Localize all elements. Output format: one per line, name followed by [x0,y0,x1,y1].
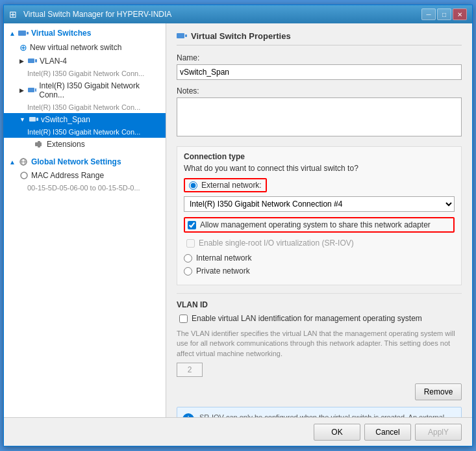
intel-sub-item: Intel(R) I350 Gigabit Network Con... [4,101,166,113]
close-button[interactable]: ✕ [453,8,467,20]
new-virtual-switch-item[interactable]: ⊕ New virtual network switch [4,40,166,55]
network-adapter-dropdown[interactable]: Intel(R) I350 Gigabit Network Connection… [184,196,455,212]
vlan4-label: VLAN-4 [40,57,67,66]
expand-icon-vlan4: ▶ [19,58,24,64]
svg-rect-7 [36,118,38,121]
external-network-highlight: External network: [184,178,267,192]
title-bar: ⊞ Virtual Switch Manager for HYPERV-INDI… [4,5,472,23]
vlan-checkbox-label: Enable virtual LAN identification for ma… [192,314,422,323]
panel-section-title: Virtual Switch Properties [177,31,462,45]
window-title: Virtual Switch Manager for HYPERV-INDIA [23,10,171,19]
mac-range-value-item: 00-15-5D-05-06-00 to 00-15-5D-0... [4,182,166,194]
vswitch-icon [29,116,38,123]
private-network-label: Private network [196,266,250,276]
svg-rect-4 [28,88,34,92]
vlan-checkbox-row: Enable virtual LAN identification for ma… [177,312,462,325]
intel-label: Intel(R) I350 Gigabit Network Conn... [39,81,160,99]
vswitch-span-item[interactable]: ▼ vSwitch_Span [4,113,166,126]
remove-button[interactable]: Remove [415,383,462,400]
connection-subtitle: What do you want to connect this virtual… [184,164,455,173]
vlan4-sub-item: Intel(R) I350 Gigabit Network Conn... [4,68,166,79]
svg-rect-14 [177,33,184,38]
vlan4-icon [28,57,37,65]
svg-rect-15 [185,34,187,37]
sr-iov-row: Enable single-root I/O virtualization (S… [184,237,455,250]
vlan-section: VLAN ID Enable virtual LAN identificatio… [177,293,462,377]
extensions-item[interactable]: Extensions [4,138,166,151]
minimize-button[interactable]: ─ [421,8,436,20]
virtual-switches-header: ▲ Virtual Switches [4,26,166,40]
svg-point-13 [21,172,27,179]
properties-icon [177,32,187,41]
expand-icon-vswitch: ▼ [19,116,25,123]
name-label: Name: [177,53,462,62]
global-settings-label: Global Network Settings [31,157,121,166]
vlan-input [177,363,203,377]
extensions-icon [35,140,44,148]
intel-item[interactable]: ▶ Intel(R) I350 Gigabit Network Conn... [4,79,166,101]
mac-range-label: MAC Address Range [31,171,104,180]
expand-icon-virtual: ▲ [9,30,16,37]
vlan4-item[interactable]: ▶ VLAN-4 [4,55,166,68]
new-switch-icon: ⊕ [19,42,27,53]
external-network-label: External network: [201,181,262,190]
right-panel: Virtual Switch Properties Name: Notes: C… [166,23,472,417]
internal-network-label: Internal network [196,253,251,263]
sr-iov-info-text: SR-IOV can only be configured when the v… [199,413,456,417]
cancel-button[interactable]: Cancel [364,424,411,441]
sr-iov-checkbox [186,239,195,248]
svg-rect-0 [18,31,26,36]
svg-rect-9 [38,141,40,148]
private-network-radio[interactable] [184,267,192,276]
title-bar-buttons: ─ □ ✕ [421,8,467,20]
sr-iov-info-box: i SR-IOV can only be configured when the… [177,407,462,417]
svg-rect-6 [29,117,36,122]
vswitch-sub-label: Intel(R) I350 Gigabit Network Con... [27,128,140,136]
vlan-description: The VLAN identifier specifies the virtua… [177,329,462,359]
apply-button[interactable]: ApplY [415,424,462,441]
external-network-radio[interactable] [189,181,197,190]
vlan-section-title: VLAN ID [177,300,462,309]
sr-iov-label: Enable single-root I/O virtualization (S… [199,238,354,248]
global-icon [18,158,29,166]
allow-management-checkbox[interactable] [188,221,196,229]
svg-rect-2 [28,58,34,63]
external-network-row: External network: [184,178,455,192]
intel-sub-label: Intel(R) I350 Gigabit Network Con... [27,103,140,111]
intel-icon [28,86,36,94]
notes-label: Notes: [177,86,462,96]
main-content: ▲ Virtual Switches ⊕ New virtual network… [4,23,472,417]
vlan-checkbox[interactable] [179,315,188,323]
title-bar-left: ⊞ Virtual Switch Manager for HYPERV-INDI… [9,9,171,19]
svg-rect-1 [27,32,29,34]
allow-management-row: Allow management operating system to sha… [184,217,455,233]
new-switch-label: New virtual network switch [30,43,121,52]
mac-icon [19,172,29,179]
svg-rect-3 [35,59,37,62]
notes-container [177,97,462,138]
internal-network-radio[interactable] [184,254,192,263]
left-panel: ▲ Virtual Switches ⊕ New virtual network… [4,23,166,417]
window-icon: ⊞ [9,9,19,19]
maximize-button[interactable]: □ [437,8,451,20]
virtual-switches-label: Virtual Switches [31,29,91,38]
switch-icon [18,29,29,37]
vlan-input-container [177,363,462,377]
mac-range-item[interactable]: MAC Address Range [4,169,166,182]
ok-button[interactable]: OK [314,424,360,441]
remove-row: Remove [177,383,462,400]
global-settings-header: ▲ Global Network Settings [4,155,166,169]
notes-textarea[interactable] [177,97,462,136]
name-input[interactable] [177,64,462,80]
expand-icon-global: ▲ [9,159,16,166]
allow-management-label: Allow management operating system to sha… [200,220,431,229]
connection-type-title: Connection type [184,152,455,161]
extensions-label: Extensions [47,140,85,149]
properties-title: Virtual Switch Properties [191,31,291,41]
main-window: ⊞ Virtual Switch Manager for HYPERV-INDI… [3,5,473,446]
vswitch-span-label: vSwitch_Span [41,115,90,124]
internal-network-row: Internal network [184,253,455,263]
expand-icon-intel: ▶ [19,87,24,94]
mac-range-value: 00-15-5D-05-06-00 to 00-15-5D-0... [27,184,140,192]
vlan4-sub-label: Intel(R) I350 Gigabit Network Conn... [27,70,144,77]
